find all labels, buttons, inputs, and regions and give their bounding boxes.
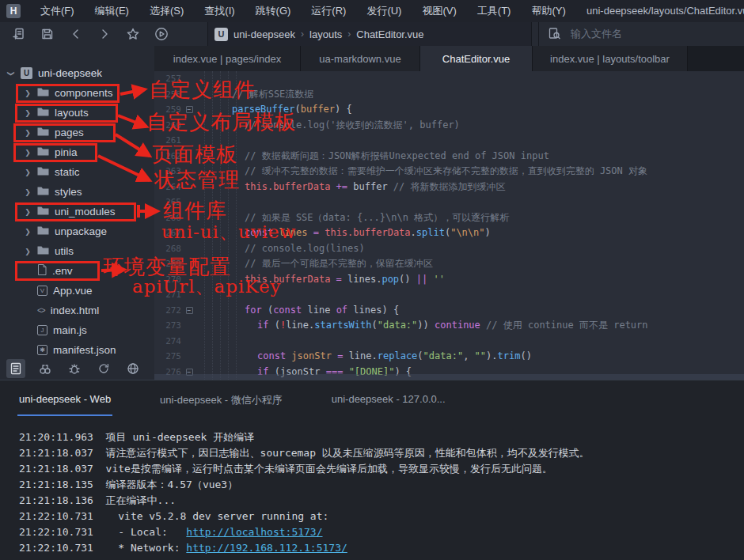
editor-tab-bar: index.vue | pages/indexua-markdown.vueCh… [154, 46, 744, 71]
fold-marker-icon[interactable]: − [181, 307, 197, 314]
menu-y[interactable]: 帮助(Y) [521, 0, 575, 22]
folder-icon [37, 225, 49, 238]
menu-f[interactable]: 文件(F) [30, 0, 85, 22]
fold-marker-icon[interactable]: − [181, 106, 197, 113]
tree-item-pages[interactable]: ❯pages [0, 123, 154, 142]
menu-t[interactable]: 工具(T) [467, 0, 522, 22]
code-line: 260// console.log('接收到的流数据', buffer) [154, 118, 744, 134]
console-link[interactable]: http://localhost:5173/ [186, 526, 322, 538]
editor-tab-chateditor-vue[interactable]: ChatEditor.vue [420, 46, 533, 71]
code-line: 257 [154, 71, 744, 87]
line-number: 262 [154, 151, 181, 161]
console-line: 21:21:18.135 编译器版本：4.57（vue3） [19, 477, 744, 493]
tree-item-pinia[interactable]: ❯pinia [0, 142, 154, 162]
code-line: 263// 缓冲不完整的数据：需要维护一个缓冲区来存储不完整的数据，直到收到完整… [154, 164, 744, 180]
tree-item-app-vue[interactable]: VApp.vue [0, 281, 154, 301]
chevron-sep-icon: › [301, 28, 304, 40]
tree-item-utils[interactable]: ❯utils [0, 241, 154, 261]
chevron-right-icon: ❯ [24, 208, 32, 216]
search-input[interactable]: 输入文件名 [571, 27, 622, 41]
chevron-right-icon: ❯ [24, 188, 32, 196]
line-number: 260 [154, 120, 181, 131]
code-line: 268// console.log(lines) [154, 241, 744, 257]
search-icon[interactable] [36, 359, 55, 378]
menu-u[interactable]: 发行(U) [356, 0, 412, 22]
tree-item-unpackage[interactable]: ❯unpackage [0, 221, 154, 241]
console-line: 21:21:18.136 正在编译中... [19, 493, 744, 509]
menu-v[interactable]: 视图(V) [412, 0, 466, 22]
line-number: 257 [154, 74, 181, 84]
menu-s[interactable]: 选择(S) [139, 0, 194, 22]
line-number: 261 [154, 135, 181, 146]
file-search-icon [547, 26, 563, 42]
line-number: 274 [154, 336, 181, 346]
console-tab-uni-deepseek-web[interactable]: uni-deepseek - Web [17, 388, 112, 416]
code-editor[interactable]: 257258// 解析SSE流数据259−parseBuffer(buffer)… [154, 71, 744, 380]
json-file-icon: ✱ [37, 345, 47, 355]
run-icon[interactable] [154, 26, 169, 42]
console-line: 21:22:10.731 vite v5.2.8 dev server runn… [19, 509, 744, 524]
tree-item-env[interactable]: .env [0, 261, 154, 281]
breadcrumb-layouts[interactable]: layouts [309, 28, 342, 40]
tree-item-static[interactable]: ❯static [0, 162, 154, 182]
line-number: 275 [154, 351, 181, 361]
menu-e[interactable]: 编辑(E) [85, 0, 139, 22]
code-line: 272−for (const line of lines) { [154, 303, 744, 319]
save-icon[interactable] [40, 26, 55, 42]
console-line: 21:22:10.731 - Local: http://localhost:5… [19, 524, 744, 540]
uniapp-badge-icon: U [214, 28, 228, 41]
chevron-right-icon: ❯ [24, 129, 32, 137]
console-output: 21:20:11.963 项目 uni-deepseek 开始编译21:21:1… [19, 429, 744, 560]
forward-icon[interactable] [97, 26, 112, 42]
code-line: 266// 如果是 SSE（data: {...}\n\n 格式），可以逐行解析 [154, 210, 744, 226]
tree-item-main-js[interactable]: Jmain.js [0, 320, 154, 340]
editor-tab-index-vue-layouts-toolbar[interactable]: index.vue | layouts/toolbar [533, 46, 688, 71]
line-number: 273 [154, 320, 181, 331]
breadcrumb-items: uni-deepseek›layouts›ChatEditor.vue [233, 28, 424, 40]
tree-item-index-html[interactable]: <>index.html [0, 301, 154, 320]
console-tab-uni-deepseek-127-0-0[interactable]: uni-deepseek - 127.0.0... [330, 388, 447, 416]
web-icon[interactable] [123, 359, 142, 378]
menu-r[interactable]: 运行(R) [301, 0, 356, 22]
file-search-box[interactable]: 输入文件名 [538, 22, 744, 46]
code-line: 273if (!line.startsWith("data:")) contin… [154, 318, 744, 334]
back-icon[interactable] [68, 26, 84, 42]
console-tab-bar: uni-deepseek - Webuni-deepseek - 微信小程序un… [17, 388, 447, 416]
console-line: 21:21:18.037 请注意运行模式下，因日志输出、sourcemap 以及… [19, 445, 744, 461]
tree-item-uni-deepseek[interactable]: ❯Uuni-deepseek [0, 63, 154, 83]
vue-file-icon: V [37, 286, 47, 296]
editor-tab-index-vue-pages-index[interactable]: index.vue | pages/index [154, 46, 301, 71]
line-number: 259 [154, 104, 181, 115]
menu-i[interactable]: 查找(I) [194, 0, 245, 22]
code-line: 274 [154, 334, 744, 350]
new-file-icon[interactable] [11, 26, 27, 42]
js-file-icon: J [37, 325, 47, 335]
tree-item-uni-modules[interactable]: ❯uni_modules [0, 202, 154, 221]
line-number: 267 [154, 228, 181, 238]
breadcrumb-uni-deepseek[interactable]: uni-deepseek [233, 28, 295, 40]
files-icon[interactable] [6, 359, 25, 378]
folder-icon [37, 146, 49, 159]
editor-tab-ua-markdown-vue[interactable]: ua-markdown.vue [301, 46, 420, 71]
sync-icon[interactable] [94, 359, 113, 378]
debug-icon[interactable] [65, 359, 84, 378]
folder-icon [37, 186, 49, 199]
code-line: 262// 数据截断问题：JSON解析报错Unexpected end of J… [154, 149, 744, 165]
code-line: 265 [154, 195, 744, 210]
tree-item-layouts[interactable]: ❯layouts [0, 103, 154, 123]
menu-g[interactable]: 跳转(G) [245, 0, 302, 22]
folder-icon [37, 107, 49, 119]
line-number: 270 [154, 274, 181, 285]
breadcrumb-chateditor-vue[interactable]: ChatEditor.vue [356, 28, 423, 40]
chevron-sep-icon: › [347, 28, 351, 40]
tree-item-components[interactable]: ❯components [0, 83, 154, 103]
tree-item-styles[interactable]: ❯styles [0, 182, 154, 202]
editor-hscrollbar[interactable] [154, 374, 744, 380]
line-number: 269 [154, 259, 181, 269]
menu-items: 文件(F)编辑(E)选择(S)查找(I)跳转(G)运行(R)发行(U)视图(V)… [30, 0, 576, 22]
folder-icon [37, 245, 49, 258]
star-icon[interactable] [125, 26, 141, 42]
folder-icon [37, 166, 49, 179]
console-link[interactable]: http://192.168.112.1:5173/ [186, 542, 347, 554]
console-tab-uni-deepseek[interactable]: uni-deepseek - 微信小程序 [158, 388, 284, 416]
